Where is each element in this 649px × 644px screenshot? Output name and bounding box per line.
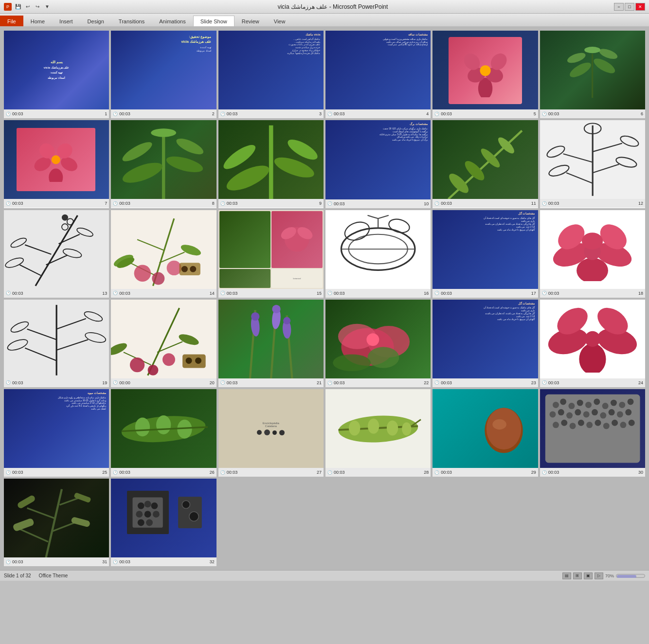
svg-rect-180 xyxy=(17,495,36,510)
slide-sorter-button[interactable]: ⊞ xyxy=(573,572,582,579)
svg-point-54 xyxy=(67,218,73,225)
slide-17[interactable]: مشخصات گل گل های ماشک به صورت خوشه ای اس… xyxy=(433,210,538,298)
svg-line-78 xyxy=(368,215,379,218)
zoom-level: 70% xyxy=(605,573,614,578)
redo-button[interactable]: ↪ xyxy=(33,2,42,11)
slide-15[interactable]: botanical 🕐 00:03 15 xyxy=(218,210,324,298)
svg-point-103 xyxy=(148,365,159,376)
tab-transitions[interactable]: Transitions xyxy=(111,16,152,26)
svg-line-94 xyxy=(56,319,86,329)
svg-point-61 xyxy=(180,242,202,257)
slide-13-footer: 🕐 00:03 13 xyxy=(4,289,109,298)
svg-line-51 xyxy=(58,234,79,243)
slide-11[interactable]: 🕐 00:03 11 xyxy=(433,120,538,208)
svg-point-137 xyxy=(387,421,398,436)
slide-12-footer: 🕐 00:03 12 xyxy=(540,199,645,208)
slide-21[interactable]: 🕐 00:03 21 xyxy=(218,300,324,387)
svg-point-89 xyxy=(6,337,29,352)
slide-7[interactable]: 🕐 00:03 7 xyxy=(4,120,109,208)
restore-button[interactable]: □ xyxy=(625,3,634,11)
svg-point-130 xyxy=(156,415,171,434)
svg-point-157 xyxy=(575,409,581,415)
tab-view[interactable]: View xyxy=(267,16,293,26)
svg-point-20 xyxy=(165,153,205,175)
slide-sorter-view: بسم اللهعلف هرزماشك viciaتهیه کننده:استا… xyxy=(0,27,649,570)
slide-30-footer: 🕐 00:03 30 xyxy=(540,468,645,477)
svg-point-31 xyxy=(462,158,487,183)
svg-point-42 xyxy=(619,134,640,149)
slide-23[interactable]: مشخصات گل گل های ماشک به صورت خوشه ای اس… xyxy=(433,300,538,387)
slide-17-footer: 🕐 00:03 17 xyxy=(433,289,538,298)
svg-point-22 xyxy=(175,136,206,158)
minimize-button[interactable]: − xyxy=(614,3,624,11)
svg-point-63 xyxy=(134,265,151,282)
slide-8-footer: 🕐 00:03 8 xyxy=(111,199,216,208)
slide-30[interactable]: 🕐 00:03 30 xyxy=(540,389,645,477)
svg-point-136 xyxy=(368,419,379,434)
slide-14[interactable]: 🕐 00:03 14 xyxy=(111,210,216,298)
slide-16[interactable]: 🕐 00:03 16 xyxy=(325,210,431,298)
slide-6[interactable]: 🕐 00:03 6 xyxy=(540,31,645,118)
zoom-slider[interactable] xyxy=(616,574,645,578)
svg-rect-176 xyxy=(12,518,35,532)
slide-2[interactable]: موضوع تحقیق:علف هرزماشك vicia تهیه کننده… xyxy=(111,31,216,118)
slide-28[interactable]: 🕐 00:03 28 xyxy=(325,389,431,477)
svg-point-122 xyxy=(579,343,606,373)
tab-home[interactable]: Home xyxy=(23,16,52,26)
tab-animations[interactable]: Animations xyxy=(152,16,193,26)
customize-button[interactable]: ▼ xyxy=(43,2,52,11)
svg-line-41 xyxy=(593,143,622,152)
slide-9[interactable]: 🕐 00:03 9 xyxy=(218,120,324,208)
normal-view-button[interactable]: ▤ xyxy=(562,572,571,579)
slide-26[interactable]: 🕐 00:03 26 xyxy=(111,389,216,477)
slide-10[interactable]: مشخصات برگ ماشك داری برگهای مرکب دارای 1… xyxy=(325,120,431,208)
tab-design[interactable]: Design xyxy=(80,16,111,26)
slide-7-footer: 🕐 00:03 7 xyxy=(4,199,109,208)
slide-26-footer: 🕐 00:03 26 xyxy=(111,468,216,477)
tab-file[interactable]: File xyxy=(0,16,23,26)
slide-18[interactable]: 🕐 00:03 18 xyxy=(540,210,645,298)
slide-32[interactable]: 🕐 00:03 32 xyxy=(111,479,216,566)
slide-31[interactable]: 🕐 00:03 31 xyxy=(4,479,109,566)
close-button[interactable]: ✕ xyxy=(635,3,645,11)
svg-point-167 xyxy=(578,420,584,426)
save-button[interactable]: 💾 xyxy=(14,2,22,11)
svg-point-9 xyxy=(566,51,587,65)
slide-29[interactable]: 🕐 00:03 29 xyxy=(433,389,538,477)
slide-24[interactable]: 🕐 00:03 24 xyxy=(540,300,645,387)
svg-point-98 xyxy=(111,340,128,357)
slide-4[interactable]: مشخصات ساقه ماشك داری ساقه مشخص و زیبا ا… xyxy=(325,31,431,118)
undo-button[interactable]: ↩ xyxy=(23,2,32,11)
svg-point-30 xyxy=(446,171,471,196)
slide-12[interactable]: 🕐 00:03 12 xyxy=(540,120,645,208)
tab-slideshow[interactable]: Slide Show xyxy=(193,16,234,26)
slide-5[interactable]: 🕐 00:03 5 xyxy=(433,31,538,118)
slide-20[interactable]: 🕐 00:00 20 xyxy=(111,300,216,387)
tab-insert[interactable]: Insert xyxy=(52,16,80,26)
slide-8[interactable]: 🕐 00:03 8 xyxy=(111,120,216,208)
theme-name: Office Theme xyxy=(39,573,68,578)
slide-22[interactable]: 🕐 00:03 22 xyxy=(325,300,431,387)
svg-point-86 xyxy=(582,233,603,250)
svg-point-166 xyxy=(569,423,576,429)
svg-point-152 xyxy=(619,402,625,408)
svg-point-171 xyxy=(612,420,618,426)
ribbon: File Home Insert Design Transitions Anim… xyxy=(0,14,649,27)
svg-line-47 xyxy=(46,255,67,265)
svg-point-155 xyxy=(558,409,564,415)
svg-point-165 xyxy=(561,420,567,426)
tab-review[interactable]: Review xyxy=(234,16,267,26)
slide-13[interactable]: 🕐 00:03 13 xyxy=(4,210,109,298)
svg-point-119 xyxy=(366,333,379,346)
svg-point-102 xyxy=(162,353,175,366)
slide-1[interactable]: بسم اللهعلف هرزماشك viciaتهیه کننده:استا… xyxy=(4,31,109,118)
slide-19[interactable]: 🕐 00:03 19 xyxy=(4,300,109,387)
slide-25[interactable]: مشخصات میوه ماشک داری نیام بلند متقاطعی … xyxy=(4,389,109,477)
svg-point-21 xyxy=(120,139,155,164)
slideshow-button[interactable]: ▷ xyxy=(595,572,603,579)
reading-view-button[interactable]: ▣ xyxy=(584,572,593,579)
slide-28-footer: 🕐 00:03 28 xyxy=(325,468,431,477)
slide-27[interactable]: EnciclopèdiaCatalana 🕐 00:03 27 xyxy=(218,389,324,477)
slide-3[interactable]: vicia ماشك ماشك گیاهی است علفی...یکساله … xyxy=(218,31,324,118)
svg-line-35 xyxy=(566,173,593,183)
